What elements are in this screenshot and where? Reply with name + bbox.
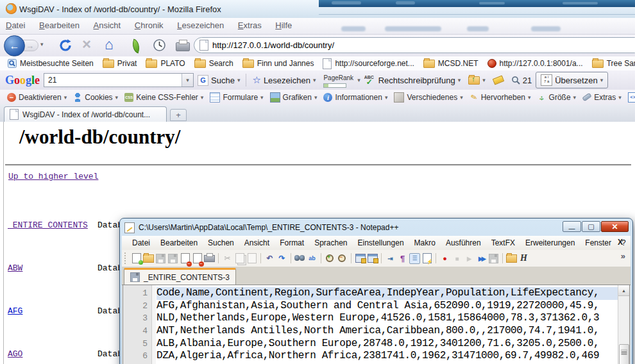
spellcheck-button[interactable]: Rechtschreibprüfung <box>360 76 465 85</box>
search-dropdown[interactable] <box>182 74 193 87</box>
new-file-button[interactable] <box>131 253 142 264</box>
pagerank-widget[interactable]: PageRank <box>319 73 357 88</box>
reload-button[interactable] <box>58 38 73 53</box>
macro-save-button[interactable] <box>488 253 499 264</box>
bookmark-mcsd-net[interactable]: MCSD.NET <box>419 59 483 68</box>
open-file-button[interactable] <box>143 253 154 264</box>
toolbar-overflow-chevron[interactable]: » <box>621 251 625 261</box>
bookmark-sourceforge[interactable]: http://sourceforge.net... <box>318 58 418 69</box>
macro-play-button[interactable] <box>464 253 475 264</box>
menu-chronik[interactable]: Chronik <box>129 18 169 30</box>
macro-stop-button[interactable] <box>452 253 462 264</box>
new-tab-button[interactable]: + <box>170 109 187 121</box>
close-all-button[interactable] <box>192 253 203 264</box>
open-containing-folder-button[interactable] <box>506 253 517 264</box>
np-menu-sprachen[interactable]: Sprachen <box>309 238 352 247</box>
menu-datei[interactable]: Datei <box>0 18 31 30</box>
scrollbar-thumb[interactable] <box>619 344 629 364</box>
undo-button[interactable] <box>264 253 275 264</box>
google-search-input[interactable]: 21 <box>44 73 194 87</box>
word-wrap-button[interactable] <box>385 253 396 264</box>
dev-grafiken[interactable]: Grafiken <box>267 92 321 103</box>
bookmark-localhost-8001[interactable]: http://127.0.0.1:8001/a... <box>483 59 588 68</box>
bookmark-most-visited[interactable]: Meistbesuchte Seiten <box>3 59 98 68</box>
dev-quelltext[interactable]: Quelltext <box>625 92 635 103</box>
scroll-up-button[interactable] <box>618 285 629 296</box>
word-find-button[interactable]: 21 <box>507 76 536 85</box>
menu-hilfe[interactable]: Hilfe <box>269 18 298 30</box>
paste-button[interactable] <box>246 253 257 264</box>
menu-lesezeichen[interactable]: Lesezeichen <box>171 18 230 30</box>
dev-cookies[interactable]: Cookies <box>70 93 121 102</box>
np-menu-format[interactable]: Format <box>275 238 309 247</box>
history-clock-button[interactable] <box>153 38 166 54</box>
dev-hervorheben[interactable]: Hervorheben <box>466 93 534 102</box>
macro-record-button[interactable] <box>439 253 450 264</box>
dev-verschiedenes[interactable]: Verschiedenes <box>391 92 466 103</box>
find-button[interactable] <box>294 253 305 264</box>
np-tab-entire-contents[interactable]: _ENTIRE_CONTENTS-3 <box>124 268 236 285</box>
google-search-button[interactable]: GSuche <box>194 75 244 86</box>
google-bookmark-folder-button[interactable] <box>464 76 489 85</box>
sync-vertical-button[interactable] <box>355 253 366 264</box>
user-define-dialog-button[interactable] <box>421 253 432 264</box>
leaf-extension-button[interactable] <box>130 38 142 53</box>
np-doc-close-x[interactable]: X <box>618 238 623 247</box>
np-menu-suchen[interactable]: Suchen <box>203 238 239 247</box>
np-menu-ansicht[interactable]: Ansicht <box>239 238 275 247</box>
highlighter-button[interactable] <box>489 77 507 83</box>
zoom-in-button[interactable] <box>325 253 335 264</box>
np-menu-makro[interactable]: Makro <box>409 238 441 247</box>
np-menu-fenster[interactable]: Fenster <box>580 238 616 247</box>
np-menu-textfx[interactable]: TextFX <box>486 238 520 247</box>
print-button[interactable] <box>176 42 190 51</box>
redo-button[interactable] <box>276 253 287 264</box>
replace-button[interactable] <box>307 253 318 264</box>
bookmark-privat[interactable]: Privat <box>98 59 142 68</box>
entry-link-abw[interactable]: ABW <box>8 263 22 273</box>
translate-button[interactable]: a í7 ä Übersetzen <box>536 72 608 88</box>
google-bookmarks-button[interactable]: Lesezeichen <box>248 74 319 86</box>
back-button[interactable] <box>4 35 25 56</box>
notepad-titlebar[interactable]: C:\Users\Martin\AppData\Local\Temp\_ENTI… <box>124 222 550 233</box>
stop-button[interactable] <box>82 35 91 53</box>
dev-deaktivieren[interactable]: Deaktivieren <box>4 93 70 102</box>
np-menu-datei[interactable]: Datei <box>127 238 155 247</box>
macro-run-multiple-button[interactable] <box>476 253 487 264</box>
np-menu-bearbeiten[interactable]: Bearbeiten <box>155 238 203 247</box>
np-menu-einstellungen[interactable]: Einstellungen <box>353 238 409 247</box>
close-button[interactable] <box>601 221 629 232</box>
copy-button[interactable] <box>234 253 245 264</box>
minimize-button[interactable] <box>563 221 581 232</box>
dev-css[interactable]: Keine CSS-Fehler <box>121 93 207 102</box>
np-menu-erweiterungen[interactable]: Erweiterungen <box>520 238 580 247</box>
entry-link-afg[interactable]: AFG <box>8 306 22 316</box>
close-file-button[interactable] <box>180 253 190 264</box>
menu-ansicht[interactable]: Ansicht <box>88 18 127 30</box>
dev-extras[interactable]: Extras <box>579 93 625 102</box>
print-button[interactable] <box>204 253 215 264</box>
cut-button[interactable] <box>222 253 233 264</box>
menu-bearbeiten[interactable]: Bearbeiten <box>33 18 85 30</box>
maximize-button[interactable] <box>582 221 600 232</box>
up-to-higher-level-link[interactable]: Up to higher level <box>8 172 98 181</box>
np-menu-ausfuehren[interactable]: Ausführen <box>441 238 486 247</box>
dev-formulare[interactable]: Formulare <box>207 92 266 103</box>
bookmark-tree-samples[interactable]: Tree Samples <box>588 59 635 68</box>
bookmark-search[interactable]: Search <box>190 59 238 68</box>
bookmark-plato[interactable]: PLATO <box>141 59 189 68</box>
editor-area[interactable]: 1Code,Name,Continent,Region,SurfaceArea,… <box>123 285 630 364</box>
home-button[interactable] <box>105 36 114 53</box>
url-bar[interactable]: http://127.0.0.1/world-db/country/ <box>194 37 635 53</box>
vertical-scrollbar[interactable] <box>618 285 629 364</box>
save-all-button[interactable] <box>167 253 178 264</box>
indent-guide-button[interactable] <box>409 253 420 264</box>
tab-wsgidav[interactable]: WsgiDAV - Index of /world-db/count... <box>4 106 167 122</box>
dev-informationen[interactable]: Informationen <box>320 93 391 102</box>
menu-extras[interactable]: Extras <box>232 18 267 30</box>
dev-groesse[interactable]: Größe <box>534 93 580 102</box>
sync-horizontal-button[interactable] <box>367 253 378 264</box>
save-button[interactable] <box>155 253 166 264</box>
history-dropdown[interactable] <box>40 41 44 47</box>
zoom-out-button[interactable] <box>337 253 348 264</box>
